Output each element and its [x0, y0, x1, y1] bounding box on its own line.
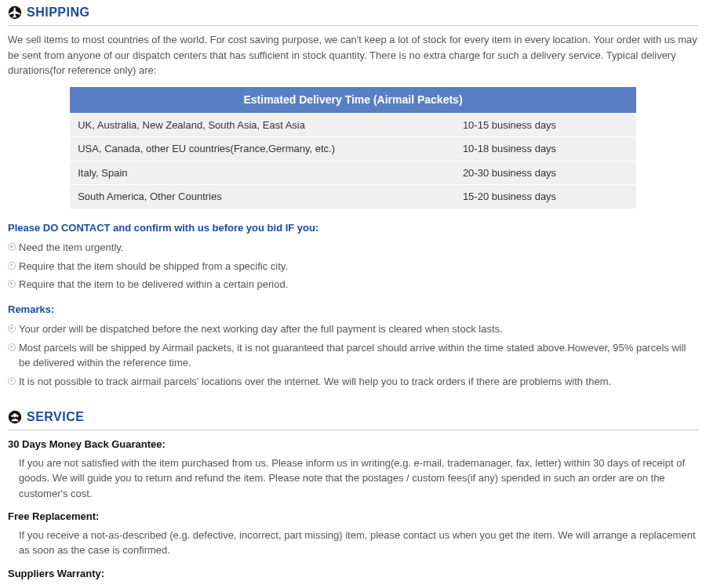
- service-title: SERVICE: [27, 408, 84, 426]
- table-row: USA, Canada, other EU countries(France,G…: [70, 137, 636, 161]
- list-item: Require that the item to be delivered wi…: [19, 275, 698, 294]
- time-cell: 15-20 business days: [455, 185, 636, 209]
- replacement-text: If you receive a not-as-described (e.g. …: [8, 528, 698, 558]
- time-cell: 10-15 business days: [455, 114, 636, 137]
- shipping-remarks-heading: Remarks:: [8, 302, 698, 318]
- service-person-icon: [8, 410, 22, 424]
- region-cell: Italy, Spain: [70, 162, 455, 185]
- shipping-remarks-list: Your order will be dispatched before the…: [8, 320, 698, 390]
- list-item: Your order will be dispatched before the…: [19, 320, 698, 339]
- globe-plane-icon: [8, 5, 22, 20]
- contact-heading: Please DO CONTACT and confirm with us be…: [8, 220, 698, 236]
- time-cell: 10-18 business days: [455, 137, 636, 161]
- region-cell: UK, Australia, New Zealand, South Asia, …: [70, 114, 455, 137]
- shipping-intro: We sell items to most countries of the w…: [8, 32, 698, 78]
- money-back-text: If you are not satisfied with the item p…: [8, 456, 698, 502]
- list-item: It is not possible to track airmail parc…: [19, 372, 698, 391]
- svg-rect-3: [12, 415, 13, 417]
- region-cell: South America, Other Countries: [70, 185, 455, 209]
- time-cell: 20-30 business days: [455, 162, 636, 185]
- table-row: South America, Other Countries 15-20 bus…: [70, 185, 636, 209]
- contact-bullet-list: Need the item urgently. Require that the…: [8, 238, 698, 294]
- table-row: UK, Australia, New Zealand, South Asia, …: [70, 114, 636, 137]
- service-header: SERVICE: [8, 408, 698, 430]
- replacement-heading: Free Replacement:: [8, 509, 698, 524]
- list-item: Require that the item should be shipped …: [19, 257, 698, 276]
- warranty-text: We offer one year warranty on all produc…: [8, 584, 698, 588]
- delivery-time-table: Estimated Delivery Time (Airmail Packets…: [70, 86, 636, 209]
- svg-point-2: [13, 413, 17, 417]
- list-item: Need the item urgently.: [19, 238, 698, 257]
- region-cell: USA, Canada, other EU countries(France,G…: [70, 137, 455, 161]
- money-back-heading: 30 Days Money Back Guarantee:: [8, 437, 698, 452]
- warranty-heading: Suppliers Warranty:: [8, 566, 698, 582]
- svg-rect-4: [16, 415, 18, 417]
- shipping-header: SHIPPING: [8, 3, 698, 26]
- table-row: Italy, Spain 20-30 business days: [70, 162, 636, 185]
- list-item: Most parcels will be shipped by Airmail …: [19, 339, 698, 372]
- shipping-title: SHIPPING: [27, 3, 89, 22]
- delivery-table-header: Estimated Delivery Time (Airmail Packets…: [70, 87, 636, 113]
